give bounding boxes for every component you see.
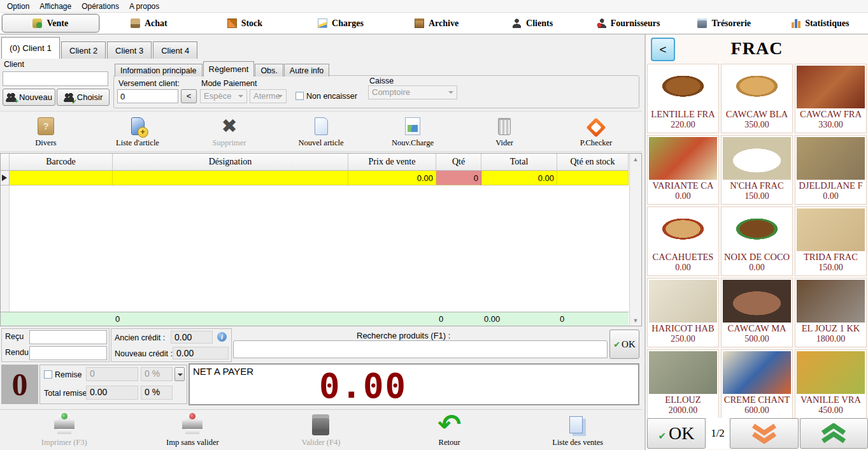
remise-checkbox[interactable] bbox=[44, 370, 52, 379]
menu-item[interactable]: Opérations bbox=[78, 1, 126, 12]
module-tab[interactable]: Stock bbox=[197, 13, 293, 34]
sum-designation: 0 bbox=[113, 312, 348, 326]
non-encaisser-label: Non encaisser bbox=[306, 92, 357, 101]
column-header[interactable]: Total bbox=[481, 154, 557, 171]
product-card[interactable]: ELLOUZ 2000.00 bbox=[647, 349, 719, 419]
column-header[interactable]: Désignation bbox=[113, 154, 348, 171]
toolbar-button[interactable]: Nouvel article bbox=[283, 115, 359, 148]
column-header[interactable]: Barcode bbox=[10, 154, 113, 171]
product-card[interactable]: CACAHUETES 0.00 bbox=[647, 207, 719, 276]
table-scrollbar[interactable]: ▲ ▼ bbox=[629, 154, 641, 326]
product-card[interactable]: HARICOT HAB 250.00 bbox=[647, 278, 719, 347]
rendu-input[interactable] bbox=[29, 346, 107, 360]
toolbar-button[interactable]: Vider bbox=[466, 115, 543, 148]
active-sale-row[interactable]: 0.00 0 0.00 bbox=[1, 171, 641, 185]
product-card[interactable]: EL JOUZ 1 KK 1800.00 bbox=[795, 278, 867, 347]
cell-prix: 0.00 bbox=[348, 171, 436, 185]
product-price: 250.00 bbox=[671, 334, 695, 344]
payment-tab[interactable]: Obs. bbox=[255, 64, 283, 76]
catalog-page-down-button[interactable] bbox=[730, 418, 799, 449]
sum-qte: 0 bbox=[436, 312, 481, 326]
product-price: 330.00 bbox=[818, 120, 843, 130]
cell-total: 0.00 bbox=[481, 171, 557, 185]
toolbar-button[interactable]: Divers bbox=[8, 115, 84, 148]
info-icon[interactable] bbox=[217, 332, 227, 342]
search-ok-button[interactable]: OK bbox=[609, 330, 639, 359]
product-card[interactable]: DJELDJLANE F 0.00 bbox=[795, 135, 867, 205]
product-search-input[interactable] bbox=[233, 340, 608, 358]
bottom-button[interactable]: Retour bbox=[399, 412, 501, 447]
product-card[interactable]: CREME CHANT 600.00 bbox=[721, 349, 793, 419]
remise-percent-field[interactable]: 0 % bbox=[141, 367, 173, 381]
total-remise-value: 0.00 bbox=[86, 386, 138, 400]
caisse-label: Caisse bbox=[369, 76, 394, 85]
bottom-button[interactable]: Imp sans valider bbox=[141, 412, 243, 447]
recu-input[interactable] bbox=[29, 330, 107, 344]
remise-dropdown-button[interactable] bbox=[174, 367, 185, 381]
menu-item[interactable]: Affichage bbox=[36, 1, 78, 12]
column-header[interactable]: Prix de vente bbox=[348, 154, 436, 171]
catalog-ok-button[interactable]: OK bbox=[647, 418, 706, 449]
versement-input[interactable] bbox=[117, 89, 178, 103]
module-tab[interactable]: Vente bbox=[2, 14, 99, 33]
total-remise-label: Total remise bbox=[44, 389, 87, 398]
module-tab[interactable]: Trésorerie bbox=[676, 13, 772, 34]
product-card[interactable]: CAWCAW BLA 350.00 bbox=[721, 64, 793, 133]
product-card[interactable]: VARIANTE CA 0.00 bbox=[647, 135, 719, 205]
bottom-button[interactable]: Valider (F4) bbox=[270, 412, 372, 447]
net-a-payer-panel: NET A PAYER 0.00 bbox=[189, 363, 639, 405]
catalog-title: FRAC bbox=[646, 38, 868, 59]
mode-paiement-label: Mode Paiement bbox=[201, 79, 257, 88]
client-tab[interactable]: Client 4 bbox=[153, 41, 197, 59]
client-tab[interactable]: Client 3 bbox=[107, 41, 152, 59]
scroll-down-icon[interactable]: ▼ bbox=[630, 315, 641, 326]
product-card[interactable]: CAWCAW FRA 330.00 bbox=[795, 64, 867, 133]
product-card[interactable]: LENTILLE FRA 220.00 bbox=[647, 64, 719, 133]
bottom-button[interactable]: Liste des ventes bbox=[527, 412, 629, 447]
payment-tab[interactable]: Règlement bbox=[203, 61, 255, 76]
column-header[interactable]: Qté en stock bbox=[557, 154, 629, 171]
module-tab[interactable]: Archive bbox=[388, 13, 485, 34]
product-card[interactable]: VANILLE VRA 450.00 bbox=[795, 349, 867, 419]
toolbar-icon bbox=[131, 117, 145, 135]
menu-item[interactable]: Option bbox=[4, 1, 36, 12]
module-tab[interactable]: Clients bbox=[485, 13, 581, 34]
module-tab[interactable]: Achat bbox=[101, 13, 197, 34]
payment-tab[interactable]: Information principale bbox=[115, 64, 203, 76]
terme-select[interactable]: Aterme bbox=[250, 89, 287, 103]
client-name-input[interactable] bbox=[3, 71, 108, 86]
column-header[interactable]: Qté bbox=[436, 154, 481, 171]
product-card[interactable]: TRIDA FRAC 150.00 bbox=[795, 207, 867, 276]
module-tab-icon bbox=[697, 18, 707, 28]
new-client-button[interactable]: Nouveau bbox=[3, 89, 55, 106]
toolbar-button[interactable]: Supprimer bbox=[191, 115, 267, 148]
module-tab[interactable]: Charges bbox=[293, 13, 389, 34]
versement-collapse-button[interactable]: < bbox=[181, 89, 197, 103]
payment-tab[interactable]: Autre info bbox=[284, 64, 330, 76]
toolbar-button[interactable]: P.Checker bbox=[558, 115, 634, 148]
credit-box: Ancien crédit : 0.00 Nouveau crédit : 0.… bbox=[111, 328, 232, 362]
module-tab[interactable]: Fournisseurs bbox=[580, 13, 676, 34]
caisse-select[interactable]: Comptoire bbox=[368, 85, 457, 99]
menu-item[interactable]: A propos bbox=[126, 1, 166, 12]
toolbar-button[interactable]: Nouv.Charge bbox=[374, 115, 451, 148]
totals-strip: 0 Remise 0 0 % Total remise 0.00 0 % NET… bbox=[0, 363, 642, 407]
mode-paiement-select[interactable]: Espèce bbox=[200, 89, 247, 103]
remise-value-field[interactable]: 0 bbox=[86, 367, 138, 381]
product-card[interactable]: CAWCAW MA 500.00 bbox=[721, 278, 793, 347]
toolbar-button[interactable]: Liste d'article bbox=[99, 115, 176, 148]
module-tab[interactable]: Statistiques bbox=[772, 13, 868, 34]
choose-client-button[interactable]: Choisir bbox=[57, 89, 110, 106]
toolbar-icon bbox=[498, 118, 511, 135]
scroll-up-icon[interactable]: ▲ bbox=[630, 154, 641, 164]
catalog-page-up-button[interactable] bbox=[800, 418, 868, 449]
table-header: Barcode Désignation Prix de vente Qté To… bbox=[1, 154, 641, 171]
product-name: NOIX DE COCO bbox=[724, 252, 790, 263]
bottom-button[interactable]: Imprimer (F3) bbox=[13, 412, 115, 447]
product-card[interactable]: N'CHA FRAC 150.00 bbox=[721, 135, 793, 205]
non-encaisser-checkbox[interactable] bbox=[295, 92, 304, 100]
client-tab[interactable]: (0) Client 1 bbox=[1, 37, 60, 59]
module-tab-bar: Vente Achat Stock Charges Archive bbox=[0, 13, 868, 34]
client-tab[interactable]: Client 2 bbox=[61, 41, 106, 59]
product-card[interactable]: NOIX DE COCO 0.00 bbox=[721, 207, 793, 276]
